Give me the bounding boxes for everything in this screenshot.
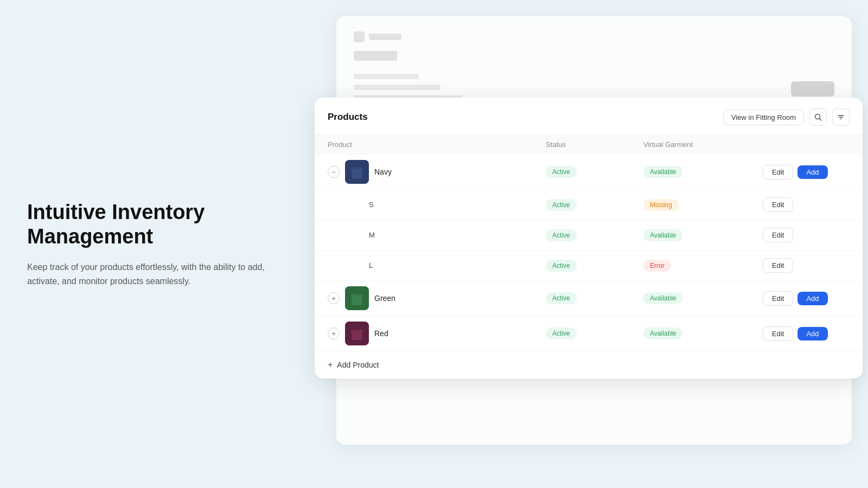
action-cell-navy-m: Edit — [763, 228, 850, 242]
add-button-green[interactable]: Add — [797, 292, 827, 305]
vg-badge-red: Available — [643, 328, 682, 339]
table-header: Product Status Virtual Garment — [315, 135, 863, 154]
status-badge-navy-s: Active — [546, 199, 577, 211]
left-panel: Intuitive Inventory Management Keep trac… — [0, 0, 304, 488]
product-image-green — [345, 286, 369, 310]
card-title: Products — [328, 112, 368, 123]
filter-icon-button[interactable] — [832, 108, 850, 126]
table-row: L Active Error Edit — [315, 250, 863, 280]
status-cell-green: Active — [546, 292, 643, 304]
edit-button-navy-s[interactable]: Edit — [763, 197, 793, 212]
table-row: − Navy Active Available — [315, 154, 863, 189]
expand-toggle-green[interactable]: + — [328, 292, 340, 304]
search-icon-button[interactable] — [809, 108, 827, 126]
product-name-navy-l: L — [328, 261, 373, 269]
left-content: Intuitive Inventory Management Keep trac… — [27, 200, 266, 288]
card-header: Products View in Fitting Room — [315, 98, 863, 135]
add-product-label: Add Product — [337, 361, 379, 369]
status-badge-red: Active — [546, 328, 577, 339]
expand-toggle-red[interactable]: + — [328, 328, 340, 339]
products-card: Products View in Fitting Room — [315, 98, 863, 378]
add-button-red[interactable]: Add — [797, 327, 827, 341]
vg-cell-green: Available — [643, 292, 763, 304]
vg-cell-red: Available — [643, 328, 763, 339]
product-cell-red: + Red — [328, 322, 546, 345]
main-heading: Intuitive Inventory Management — [27, 200, 266, 249]
status-badge-navy-l: Active — [546, 260, 577, 272]
vg-cell-navy: Available — [643, 166, 763, 178]
product-cell-green: + Green — [328, 286, 546, 310]
add-button-navy[interactable]: Add — [797, 165, 827, 179]
product-image-navy — [345, 160, 369, 184]
product-cell-navy: − Navy — [328, 160, 546, 184]
vg-badge-navy-l: Error — [643, 260, 671, 272]
table-body: − Navy Active Available — [315, 154, 863, 378]
product-cell-navy-s: S — [328, 201, 546, 209]
main-description: Keep track of your products effortlessly… — [27, 260, 266, 288]
bg-logo-text — [369, 34, 401, 40]
table-row: + Red Active Available — [315, 316, 863, 351]
status-cell-navy-s: Active — [546, 199, 643, 211]
action-cell-navy-l: Edit — [763, 258, 850, 273]
product-cell-navy-l: L — [328, 261, 546, 269]
product-name-red: Red — [374, 329, 388, 338]
edit-button-green[interactable]: Edit — [763, 291, 793, 306]
bg-page-title — [354, 51, 397, 61]
action-cell-green: Edit Add — [763, 291, 850, 306]
status-cell-navy-l: Active — [546, 260, 643, 272]
edit-button-navy[interactable]: Edit — [763, 165, 793, 179]
bg-line-2 — [354, 85, 441, 90]
edit-button-navy-m[interactable]: Edit — [763, 228, 793, 242]
vg-badge-navy-m: Available — [643, 229, 682, 241]
add-product-plus-icon: + — [328, 360, 333, 370]
vg-cell-navy-m: Available — [643, 229, 763, 241]
status-cell-red: Active — [546, 328, 643, 339]
expand-toggle-navy[interactable]: − — [328, 166, 340, 178]
action-cell-navy: Edit Add — [763, 165, 850, 179]
svg-line-1 — [820, 119, 822, 121]
bg-logo — [354, 31, 834, 42]
right-panel: Products View in Fitting Room — [304, 0, 868, 488]
col-header-virtual-garment: Virtual Garment — [643, 140, 763, 149]
bg-line-1 — [354, 74, 419, 79]
product-name-navy-s: S — [328, 201, 374, 209]
vg-cell-navy-s: Missing — [643, 199, 763, 211]
status-cell-navy: Active — [546, 166, 643, 178]
vg-cell-navy-l: Error — [643, 260, 763, 272]
edit-button-navy-l[interactable]: Edit — [763, 258, 793, 273]
vg-badge-navy-s: Missing — [643, 199, 679, 211]
status-badge-navy-m: Active — [546, 229, 577, 241]
table-row: + Green Active Available — [315, 280, 863, 316]
add-product-row[interactable]: + Add Product — [315, 351, 863, 378]
col-header-product: Product — [328, 140, 546, 149]
action-cell-navy-s: Edit — [763, 197, 850, 212]
vg-badge-green: Available — [643, 292, 682, 304]
table-row: S Active Missing Edit — [315, 189, 863, 220]
status-cell-navy-m: Active — [546, 229, 643, 241]
product-name-green: Green — [374, 294, 395, 303]
col-header-status: Status — [546, 140, 643, 149]
bg-logo-icon — [354, 31, 365, 42]
product-cell-navy-m: M — [328, 231, 546, 239]
table-row: M Active Available Edit — [315, 220, 863, 250]
status-badge-green: Active — [546, 292, 577, 304]
col-header-actions — [763, 140, 850, 149]
product-name-navy: Navy — [374, 168, 392, 176]
product-image-red — [345, 322, 369, 345]
status-badge-navy: Active — [546, 166, 577, 178]
product-name-navy-m: M — [328, 231, 375, 239]
view-fitting-room-button[interactable]: View in Fitting Room — [723, 110, 804, 125]
header-actions: View in Fitting Room — [723, 108, 850, 126]
vg-badge-navy: Available — [643, 166, 682, 178]
edit-button-red[interactable]: Edit — [763, 326, 793, 341]
bg-button — [791, 81, 834, 97]
action-cell-red: Edit Add — [763, 326, 850, 341]
